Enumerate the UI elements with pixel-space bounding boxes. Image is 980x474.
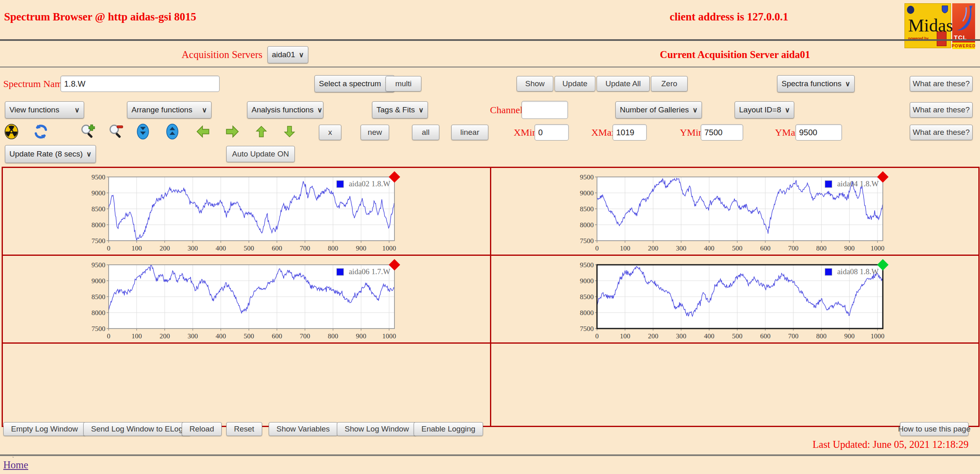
update-button[interactable]: Update: [555, 76, 595, 92]
svg-text:7500: 7500: [91, 237, 105, 245]
svg-text:600: 600: [760, 332, 771, 340]
spectrum-chart-aida06[interactable]: 0100200300400500600700800900100075008000…: [91, 258, 402, 341]
svg-text:1000: 1000: [382, 244, 396, 252]
svg-text:8000: 8000: [580, 221, 594, 229]
svg-text:500: 500: [243, 332, 254, 340]
svg-text:200: 200: [159, 244, 170, 252]
reload-button[interactable]: Reload: [182, 422, 222, 436]
svg-text:900: 900: [844, 244, 855, 252]
what-are-these-button-2[interactable]: What are these?: [910, 102, 973, 118]
arrow-right-icon[interactable]: [225, 124, 240, 141]
spectrum-browser-page: Spectrum Browser @ http aidas-gsi 8015 c…: [0, 0, 980, 474]
svg-text:7500: 7500: [91, 325, 105, 333]
empty-log-window-button[interactable]: Empty Log Window: [3, 422, 86, 436]
svg-text:7500: 7500: [580, 325, 594, 333]
analysis-functions-dropdown[interactable]: Analysis functions ∨: [247, 101, 323, 118]
svg-text:0: 0: [107, 332, 110, 340]
home-link[interactable]: Home: [3, 459, 28, 471]
show-button[interactable]: Show: [517, 76, 553, 92]
svg-text:900: 900: [356, 244, 366, 252]
auto-update-button[interactable]: Auto Update ON: [226, 146, 295, 162]
spectrum-chart-aida08[interactable]: 0100200300400500600700800900100075008000…: [580, 258, 890, 341]
client-address: client address is 127.0.0.1: [670, 11, 788, 23]
svg-text:700: 700: [300, 332, 310, 340]
x-axis-button[interactable]: x: [319, 125, 341, 140]
select-spectrum-dropdown[interactable]: Select a spectrum ∨: [314, 75, 394, 92]
linear-button[interactable]: linear: [451, 125, 488, 140]
tags-fits-dropdown[interactable]: Tags & Fits ∨: [372, 101, 428, 118]
spectrum-chart-aida04[interactable]: 0100200300400500600700800900100075008000…: [580, 170, 890, 253]
spectrum-name-input[interactable]: [60, 76, 220, 92]
svg-text:600: 600: [272, 332, 282, 340]
svg-text:1000: 1000: [870, 244, 884, 252]
what-are-these-button-1[interactable]: What are these?: [910, 76, 973, 92]
multi-button[interactable]: multi: [385, 76, 421, 92]
gallery-cell: 0100200300400500600700800900100075008000…: [2, 255, 491, 343]
gallery-cell: 0100200300400500600700800900100075008000…: [491, 255, 979, 343]
last-updated-text: Last Updated: June 05, 2021 12:18:29: [813, 439, 969, 450]
radiation-icon[interactable]: [4, 123, 19, 141]
chevron-down-icon: ∨: [845, 80, 850, 88]
ymin-input[interactable]: [701, 124, 743, 141]
chevron-down-icon: ∨: [87, 150, 91, 159]
svg-text:100: 100: [619, 244, 630, 252]
scroll-up-icon[interactable]: [166, 123, 178, 141]
svg-text:100: 100: [131, 332, 142, 340]
svg-text:200: 200: [159, 332, 170, 340]
svg-text:9000: 9000: [91, 277, 105, 285]
arrow-down-icon[interactable]: [283, 124, 296, 141]
arrow-up-icon[interactable]: [254, 124, 268, 141]
sub-divider: [0, 67, 980, 67]
layout-id-dropdown[interactable]: Layout ID=8 ∨: [735, 101, 794, 118]
arrange-functions-dropdown[interactable]: Arrange functions ∨: [127, 101, 212, 118]
svg-text:8500: 8500: [91, 293, 105, 301]
gallery-cell-empty: [2, 343, 491, 427]
reset-button[interactable]: Reset: [226, 422, 262, 436]
spectrum-chart-aida02[interactable]: 0100200300400500600700800900100075008000…: [91, 170, 402, 253]
enable-logging-button[interactable]: Enable Logging: [414, 422, 483, 436]
svg-text:8000: 8000: [91, 309, 105, 317]
svg-text:500: 500: [243, 244, 254, 252]
new-button[interactable]: new: [361, 125, 389, 140]
how-to-use-button[interactable]: How to use this page: [900, 422, 969, 436]
xmax-input[interactable]: [612, 124, 647, 141]
what-are-these-button-3[interactable]: What are these?: [910, 125, 973, 140]
chevron-down-icon: ∨: [299, 51, 304, 59]
channel-input[interactable]: [521, 101, 568, 119]
scroll-down-icon[interactable]: [137, 123, 149, 141]
zoom-in-icon[interactable]: [79, 123, 96, 141]
acquisition-server-group: Acquisition Servers aida01 ∨: [0, 46, 490, 63]
chevron-down-icon: ∨: [693, 106, 697, 114]
arrow-left-icon[interactable]: [195, 124, 211, 141]
zoom-out-icon[interactable]: [107, 123, 124, 141]
show-variables-button[interactable]: Show Variables: [269, 422, 338, 436]
svg-text:9000: 9000: [580, 277, 594, 285]
midas-logo[interactable]: Midas powered by: [904, 3, 951, 48]
ymax-input[interactable]: [795, 124, 842, 141]
xmin-input[interactable]: [535, 124, 569, 141]
number-of-galleries-dropdown[interactable]: Number of Galleries ∨: [615, 101, 702, 118]
send-log-to-elog-button[interactable]: Send Log Window to ELog: [83, 422, 191, 436]
acquisition-server-select[interactable]: aida01 ∨: [267, 46, 309, 63]
update-all-button[interactable]: Update All: [597, 76, 650, 92]
svg-text:300: 300: [676, 244, 686, 252]
svg-text:900: 900: [844, 332, 855, 340]
refresh-icon[interactable]: [33, 123, 49, 141]
svg-text:aida06 1.7.W: aida06 1.7.W: [349, 267, 390, 276]
tcl-feather-icon: [954, 5, 973, 37]
spectra-functions-dropdown[interactable]: Spectra functions ∨: [777, 75, 855, 92]
acquisition-servers-label: Acquisition Servers: [182, 49, 263, 60]
svg-text:1000: 1000: [870, 332, 884, 340]
svg-text:500: 500: [732, 332, 742, 340]
svg-text:300: 300: [676, 332, 686, 340]
tcl-powered-logo[interactable]: TCL POWERED: [952, 3, 975, 49]
zero-button[interactable]: Zero: [651, 76, 688, 92]
view-functions-dropdown[interactable]: View functions ∨: [5, 101, 84, 118]
show-log-window-button[interactable]: Show Log Window: [337, 422, 416, 436]
page-title: Spectrum Browser @ http aidas-gsi 8015: [4, 11, 196, 23]
chevron-down-icon: ∨: [785, 106, 790, 114]
update-rate-dropdown[interactable]: Update Rate (8 secs) ∨: [5, 145, 96, 163]
shield-icon: [942, 5, 948, 13]
gallery-grid: 0100200300400500600700800900100075008000…: [2, 167, 980, 427]
all-button[interactable]: all: [412, 125, 439, 140]
